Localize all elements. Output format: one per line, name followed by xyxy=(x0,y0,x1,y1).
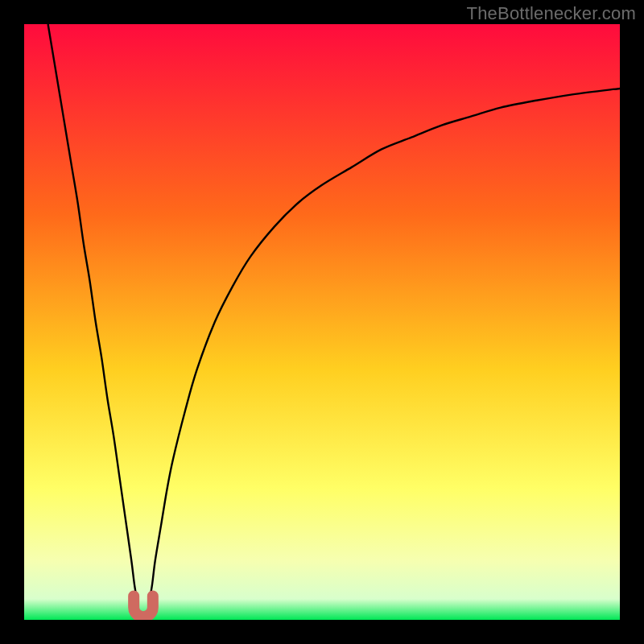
gradient-background xyxy=(24,24,620,620)
watermark-text: TheBottlenecker.com xyxy=(467,3,636,24)
plot-area xyxy=(24,24,620,620)
chart-frame: TheBottlenecker.com xyxy=(0,0,644,644)
bottleneck-curve-chart xyxy=(24,24,620,620)
